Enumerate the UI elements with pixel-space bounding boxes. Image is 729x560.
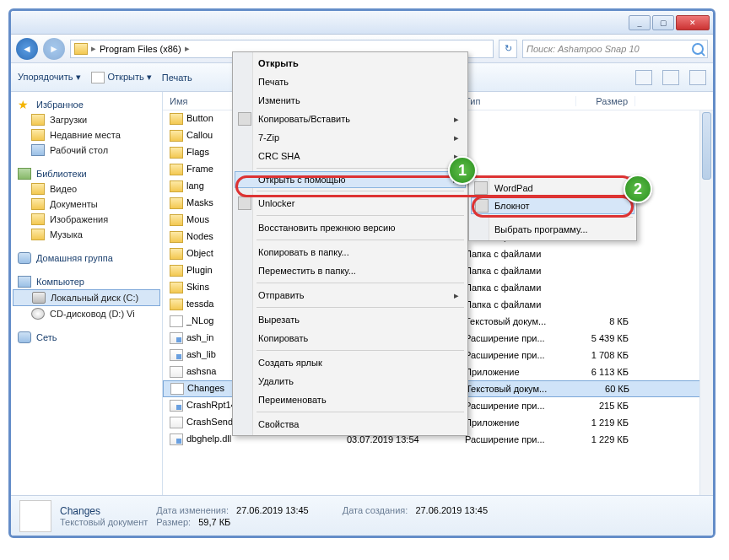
minimize-button[interactable]: _ (629, 15, 651, 30)
menu-item[interactable]: Копировать/Вставить▸ (235, 110, 466, 128)
menu-item[interactable]: Копировать (235, 329, 466, 347)
file-thumbnail (19, 500, 51, 532)
menu-item[interactable]: Изменить (235, 91, 466, 110)
refresh-button[interactable]: ↻ (499, 40, 517, 58)
sidebar-item-recent[interactable]: Недавние места (13, 127, 160, 143)
menu-item[interactable]: Создать ярлык (235, 353, 466, 372)
folder-icon (31, 129, 45, 141)
chevron-right-icon: ▸ (185, 43, 190, 54)
status-filetype: Текстовый документ (60, 517, 148, 527)
menu-item[interactable]: Отправить▸ (235, 286, 466, 304)
maximize-button[interactable]: ▢ (652, 15, 674, 30)
highlight-ring-2 (472, 196, 634, 218)
search-input[interactable]: Поиск: Ashampoo Snap 10 (522, 40, 708, 58)
menu-item[interactable]: Открыть (235, 54, 466, 73)
statusbar: Changes Текстовый документ Дата изменени… (11, 495, 713, 536)
label-size: Размер: (156, 517, 196, 527)
menu-item[interactable]: Печать (235, 73, 466, 91)
preview-pane-button[interactable] (662, 70, 679, 85)
sidebar-item-cd[interactable]: CD-дисковод (D:) Vi (13, 306, 160, 321)
star-icon: ★ (18, 99, 31, 110)
menu-item[interactable]: CRC SHA▸ (235, 147, 466, 165)
disk-icon (32, 292, 46, 304)
sidebar-item-music[interactable]: Музыка (13, 227, 160, 242)
sidebar-item-desktop[interactable]: Рабочий стол (13, 143, 160, 158)
dll-icon (170, 433, 183, 445)
context-menu: ОткрытьПечатьИзменитьКопировать/Вставить… (232, 51, 468, 436)
folder-icon (31, 229, 45, 240)
status-filename: Changes (60, 505, 148, 517)
scrollbar-thumb[interactable] (702, 112, 711, 180)
label-date-created: Дата создания: (343, 505, 413, 515)
sidebar-item-pictures[interactable]: Изображения (13, 212, 160, 227)
forward-button[interactable]: ► (43, 38, 65, 60)
fld-icon (170, 147, 183, 159)
explorer-window: _ ▢ ✕ ◄ ► ▸ Program Files (x86) ▸ ↻ Поис… (8, 8, 716, 538)
value-size: 59,7 КБ (198, 517, 230, 527)
dll-icon (170, 349, 183, 361)
col-size[interactable]: Размер (576, 96, 635, 106)
fld-icon (170, 299, 183, 310)
sidebar-network[interactable]: Сеть (13, 330, 160, 345)
sidebar-homegroup[interactable]: Домашняя группа (13, 250, 160, 266)
exe-icon (170, 366, 183, 378)
fld-icon (170, 130, 183, 142)
cd-icon (31, 308, 45, 320)
breadcrumb-segment[interactable]: Program Files (x86) (100, 44, 181, 54)
menu-item[interactable]: Удалить (235, 372, 466, 390)
fld-icon (170, 248, 183, 260)
menu-item[interactable]: Восстановить прежнюю версию (235, 218, 466, 237)
label-date-modified: Дата изменения: (156, 505, 234, 515)
library-icon (18, 168, 31, 180)
menu-item[interactable]: Копировать в папку... (235, 243, 466, 261)
highlight-ring-1 (235, 175, 634, 197)
folder-icon (31, 114, 45, 126)
titlebar: _ ▢ ✕ (11, 11, 713, 35)
folder-icon (31, 213, 45, 225)
menu-item[interactable]: Переименовать (235, 390, 466, 409)
view-button[interactable] (635, 70, 652, 85)
desktop-icon (31, 144, 45, 156)
value-date-created: 27.06.2019 13:45 (415, 505, 488, 515)
fld-icon (170, 282, 183, 293)
open-button[interactable]: Открыть ▾ (91, 72, 152, 83)
sidebar-libraries[interactable]: Библиотеки (13, 166, 160, 181)
file-icon (91, 72, 105, 83)
network-icon (18, 331, 31, 343)
fld-icon (170, 214, 183, 226)
sidebar-item-local-disk[interactable]: Локальный диск (C:) (13, 289, 160, 306)
help-button[interactable] (689, 70, 706, 85)
step-badge-2: 2 (624, 175, 652, 203)
col-type[interactable]: Тип (458, 96, 576, 106)
menu-item[interactable]: 7-Zip▸ (235, 128, 466, 147)
print-button[interactable]: Печать (162, 73, 192, 83)
sidebar-item-video[interactable]: Видео (13, 181, 160, 197)
back-button[interactable]: ◄ (16, 38, 38, 60)
dll-icon (170, 400, 183, 412)
chevron-right-icon: ▸ (91, 43, 96, 54)
file-icon (170, 315, 183, 327)
sidebar-computer[interactable]: Компьютер (13, 274, 160, 289)
sidebar-item-documents[interactable]: Документы (13, 197, 160, 212)
organize-button[interactable]: Упорядочить ▾ (18, 72, 81, 83)
close-button[interactable]: ✕ (676, 15, 710, 30)
sidebar-favorites[interactable]: ★Избранное (13, 97, 160, 112)
computer-icon (18, 276, 31, 288)
fld-icon (170, 197, 183, 209)
search-icon (692, 43, 704, 55)
search-placeholder: Поиск: Ashampoo Snap 10 (526, 44, 640, 54)
sidebar: ★Избранное Загрузки Недавние места Рабоч… (11, 92, 163, 495)
menu-item[interactable]: Вырезать (235, 310, 466, 329)
fld-icon (170, 180, 183, 192)
step-badge-1: 1 (448, 156, 477, 185)
submenu-item[interactable]: Выбрать программу... (471, 220, 634, 239)
menu-item[interactable]: Переместить в папку... (235, 261, 466, 280)
value-date-modified: 27.06.2019 13:45 (236, 505, 309, 515)
scrollbar[interactable] (699, 110, 713, 495)
folder-icon (31, 198, 45, 210)
exe-icon (170, 417, 183, 428)
sidebar-item-downloads[interactable]: Загрузки (13, 112, 160, 127)
folder-icon (74, 43, 88, 55)
menu-item[interactable]: Свойства (235, 415, 466, 433)
homegroup-icon (18, 252, 31, 264)
